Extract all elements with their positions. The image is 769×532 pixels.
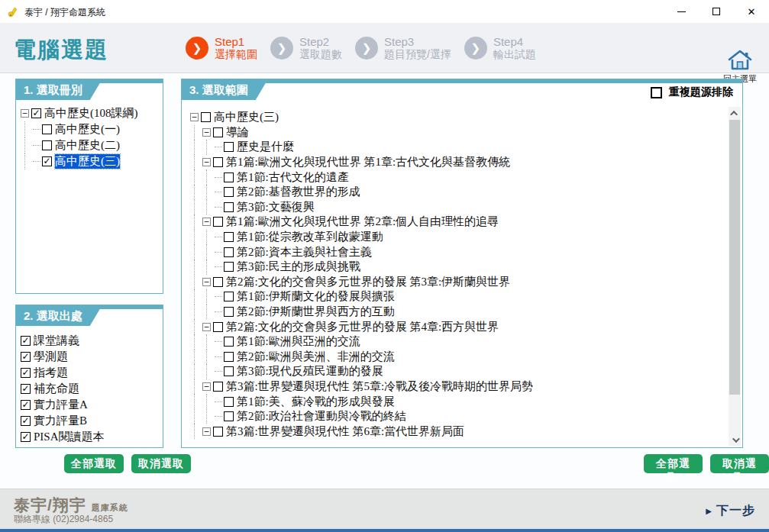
tree-item-label[interactable]: 高中歷史(108課綱) — [44, 106, 138, 121]
exclude-duplicate-checkbox[interactable] — [651, 87, 662, 98]
checkbox[interactable] — [224, 337, 234, 347]
source-option[interactable]: ✓課堂講義 — [21, 333, 163, 349]
tree-row[interactable]: −第3篇:世界變遷與現代性 第5章:冷戰及後冷戰時期的世界局勢 — [190, 379, 727, 395]
checkbox[interactable] — [224, 187, 234, 197]
tree-row[interactable]: −高中歷史(三) — [190, 110, 727, 125]
scrollbar[interactable] — [729, 107, 741, 446]
tree-row[interactable]: 高中歷史(一) — [21, 121, 161, 137]
tree-item-label[interactable]: 高中歷史(三) — [214, 110, 279, 124]
tree-row[interactable]: 第2節:政治社會運動與冷戰的終結 — [190, 409, 727, 424]
collapse-toggle-icon[interactable]: − — [202, 323, 211, 331]
tree-row[interactable]: 歷史是什麼 — [190, 140, 727, 155]
tree-item-label[interactable]: 第2篇:文化的交會與多元世界的發展 第4章:西方與世界 — [226, 320, 499, 334]
tree-row[interactable]: −✓高中歷史(108課綱) — [21, 105, 161, 121]
checkbox[interactable]: ✓ — [21, 384, 31, 394]
tree-row[interactable]: −第2篇:文化的交會與多元世界的發展 第4章:西方與世界 — [190, 319, 727, 334]
tree-item-label[interactable]: 第1節:從宗教改革到啟蒙運動 — [237, 230, 383, 244]
source-option[interactable]: ✓學測題 — [21, 349, 163, 365]
tree-row[interactable]: 第3節:現代反殖民運動的發展 — [190, 364, 727, 379]
source-option[interactable]: ✓實力評量B — [21, 413, 163, 429]
tree-item-label[interactable]: 第3篇:世界變遷與現代性 第5章:冷戰及後冷戰時期的世界局勢 — [226, 379, 533, 394]
checkbox[interactable] — [201, 112, 211, 122]
close-button[interactable]: ✕ — [734, 0, 769, 23]
tree-item-label[interactable]: 第2節:政治社會運動與冷戰的終結 — [237, 409, 406, 424]
checkbox[interactable]: ✓ — [42, 156, 52, 166]
tree-row[interactable]: ✓高中歷史(三) — [21, 153, 161, 169]
checkbox[interactable]: ✓ — [21, 368, 31, 378]
checkbox[interactable] — [213, 157, 223, 167]
checkbox[interactable] — [224, 247, 234, 257]
tree-item-label[interactable]: 第1節:美、蘇冷戰的形成與發展 — [237, 395, 395, 409]
checkbox[interactable] — [224, 262, 234, 272]
tree-row[interactable]: −第1篇:歐洲文化與現代世界 第2章:個人自由理性的追尋 — [190, 214, 727, 230]
tree-row[interactable]: −導論 — [190, 125, 727, 140]
checkbox[interactable] — [224, 366, 234, 376]
checkbox[interactable]: ✓ — [21, 352, 31, 362]
tree-row[interactable]: 第2節:伊斯蘭世界與西方的互動 — [190, 305, 727, 320]
collapse-toggle-icon[interactable]: − — [202, 218, 211, 226]
collapse-toggle-icon[interactable]: − — [202, 128, 211, 137]
checkbox[interactable] — [213, 127, 223, 137]
minimize-button[interactable] — [664, 0, 699, 23]
collapse-toggle-icon[interactable]: − — [202, 158, 211, 166]
tree-item-label[interactable]: 第1節:歐洲與亞洲的交流 — [237, 334, 360, 349]
tree-row[interactable]: 第2節:基督教世界的形成 — [190, 185, 727, 200]
tree-item-label[interactable]: 第2篇:文化的交會與多元世界的發展 第3章:伊斯蘭與世界 — [226, 275, 510, 289]
tree-row[interactable]: 第2節:資本主義與社會主義 — [190, 244, 727, 260]
collapse-toggle-icon[interactable]: − — [202, 427, 211, 436]
checkbox[interactable] — [42, 140, 52, 150]
checkbox[interactable] — [224, 411, 234, 421]
select-all-button[interactable]: 全部選取 — [64, 454, 124, 473]
checkbox[interactable] — [213, 382, 223, 392]
maximize-button[interactable] — [699, 0, 734, 23]
checkbox[interactable] — [224, 397, 234, 407]
tree-item-label[interactable]: 高中歷史(二) — [55, 138, 120, 153]
checkbox[interactable]: ✓ — [21, 336, 31, 346]
tree-item-label[interactable]: 第2節:資本主義與社會主義 — [237, 245, 372, 260]
tree-item-label[interactable]: 歷史是什麼 — [237, 140, 294, 154]
checkbox[interactable] — [213, 427, 223, 437]
tree-item-label[interactable]: 第1篇:歐洲文化與現代世界 第1章:古代文化與基督教傳統 — [226, 155, 510, 169]
tree-row[interactable]: −第2篇:文化的交會與多元世界的發展 第3章:伊斯蘭與世界 — [190, 275, 727, 290]
checkbox[interactable]: ✓ — [21, 400, 31, 410]
checkbox[interactable] — [224, 142, 234, 152]
deselect-all-button[interactable]: 取消選取 — [131, 454, 191, 473]
select-all-button[interactable]: 全部選取 — [644, 454, 703, 473]
scrollbar-thumb[interactable] — [729, 120, 740, 395]
checkbox[interactable] — [224, 352, 234, 362]
checkbox[interactable] — [213, 277, 223, 287]
checkbox[interactable] — [224, 292, 234, 301]
collapse-toggle-icon[interactable]: − — [190, 113, 199, 121]
checkbox[interactable]: ✓ — [21, 432, 31, 442]
tree-item-label[interactable]: 第3節:現代反殖民運動的發展 — [237, 364, 383, 379]
tree-item-label[interactable]: 第1節:伊斯蘭文化的發展與擴張 — [237, 289, 395, 304]
tree-item-label[interactable]: 第2節:歐洲與美洲、非洲的交流 — [237, 350, 395, 364]
checkbox[interactable] — [224, 232, 234, 242]
collapse-toggle-icon[interactable]: − — [21, 109, 29, 118]
tree-row[interactable]: 第3節:文藝復興 — [190, 200, 727, 215]
collapse-toggle-icon[interactable]: − — [202, 278, 211, 286]
tree-item-label[interactable]: 第2節:伊斯蘭世界與西方的互動 — [237, 305, 395, 319]
tree-row[interactable]: 高中歷史(二) — [21, 137, 161, 153]
scroll-down-button[interactable] — [729, 434, 741, 446]
exclude-duplicate-option[interactable]: 重複題源排除 — [651, 85, 733, 99]
deselect-all-button[interactable]: 取消選取 — [710, 454, 769, 473]
tree-row[interactable]: 第1節:歐洲與亞洲的交流 — [190, 334, 727, 350]
collapse-toggle-icon[interactable]: − — [202, 382, 211, 391]
next-step-button[interactable]: ▶ 下一步 — [706, 503, 755, 519]
tree-item-label[interactable]: 高中歷史(三) — [55, 154, 120, 169]
tree-row[interactable]: 第3節:民主的形成與挑戰 — [190, 260, 727, 275]
checkbox[interactable] — [213, 217, 223, 227]
tree-item-label[interactable]: 第1節:古代文化的遺產 — [237, 170, 349, 185]
scroll-up-button[interactable] — [729, 107, 741, 119]
checkbox[interactable] — [42, 124, 52, 134]
tree-row[interactable]: 第1節:美、蘇冷戰的形成與發展 — [190, 394, 727, 409]
tree-item-label[interactable]: 第3篇:世界變遷與現代性 第6章:當代世界新局面 — [226, 424, 464, 439]
tree-item-label[interactable]: 高中歷史(一) — [55, 122, 120, 137]
source-option[interactable]: ✓PISA閱讀題本 — [21, 429, 163, 445]
checkbox[interactable] — [224, 172, 234, 182]
tree-item-label[interactable]: 第1篇:歐洲文化與現代世界 第2章:個人自由理性的追尋 — [226, 214, 499, 229]
tree-row[interactable]: 第2節:歐洲與美洲、非洲的交流 — [190, 350, 727, 365]
tree-item-label[interactable]: 第3節:文藝復興 — [237, 200, 315, 214]
checkbox[interactable] — [224, 202, 234, 212]
